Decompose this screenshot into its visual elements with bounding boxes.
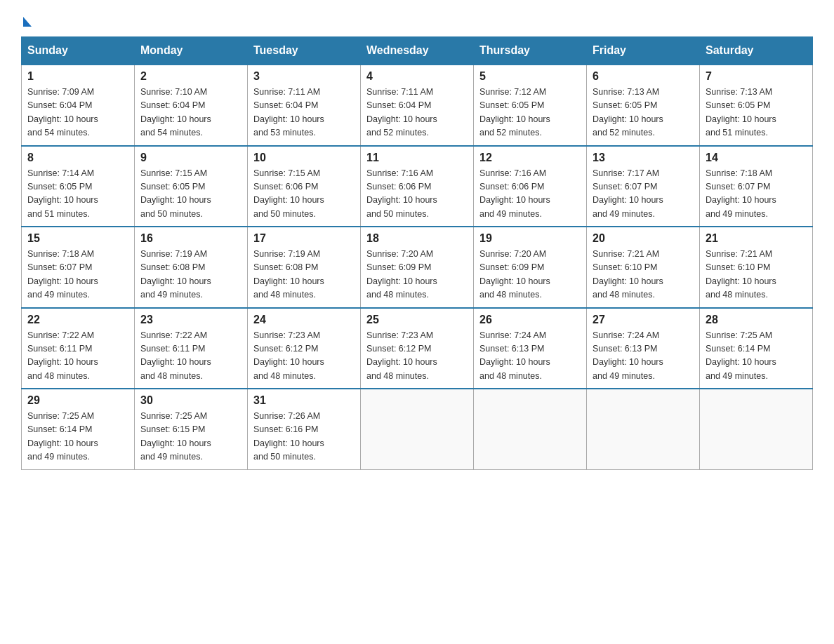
weekday-header-row: SundayMondayTuesdayWednesdayThursdayFrid… [22,37,813,65]
day-number: 15 [27,232,128,245]
day-info: Sunrise: 7:22 AMSunset: 6:11 PMDaylight:… [27,329,128,384]
weekday-header-monday: Monday [135,37,248,65]
day-info: Sunrise: 7:13 AMSunset: 6:05 PMDaylight:… [593,86,694,140]
day-number: 8 [27,152,128,164]
day-info: Sunrise: 7:11 AMSunset: 6:04 PMDaylight:… [366,86,468,140]
calendar-cell [474,389,587,469]
calendar-cell: 3Sunrise: 7:11 AMSunset: 6:04 PMDaylight… [248,65,361,146]
day-info: Sunrise: 7:16 AMSunset: 6:06 PMDaylight:… [366,167,468,222]
day-info: Sunrise: 7:18 AMSunset: 6:07 PMDaylight:… [27,248,128,302]
calendar-cell: 16Sunrise: 7:19 AMSunset: 6:08 PMDayligh… [135,227,248,308]
page-header [21,14,813,24]
calendar-cell: 19Sunrise: 7:20 AMSunset: 6:09 PMDayligh… [474,227,587,308]
calendar-cell: 4Sunrise: 7:11 AMSunset: 6:04 PMDaylight… [361,65,474,146]
day-number: 22 [27,314,128,326]
calendar-cell: 5Sunrise: 7:12 AMSunset: 6:05 PMDaylight… [474,65,587,146]
day-number: 6 [593,70,694,83]
day-info: Sunrise: 7:18 AMSunset: 6:07 PMDaylight:… [706,167,807,222]
day-number: 30 [140,394,241,407]
day-number: 24 [253,314,355,326]
day-number: 1 [27,70,128,83]
calendar-cell: 18Sunrise: 7:20 AMSunset: 6:09 PMDayligh… [361,227,474,308]
day-number: 18 [366,232,468,245]
day-info: Sunrise: 7:24 AMSunset: 6:13 PMDaylight:… [479,329,581,384]
day-number: 20 [593,232,694,245]
day-info: Sunrise: 7:21 AMSunset: 6:10 PMDaylight:… [706,248,807,302]
day-info: Sunrise: 7:25 AMSunset: 6:14 PMDaylight:… [706,329,807,384]
calendar-cell: 14Sunrise: 7:18 AMSunset: 6:07 PMDayligh… [700,146,813,227]
day-info: Sunrise: 7:22 AMSunset: 6:11 PMDaylight:… [140,329,241,384]
day-number: 26 [479,314,581,326]
weekday-header-saturday: Saturday [700,37,813,65]
day-number: 3 [253,70,355,83]
day-info: Sunrise: 7:15 AMSunset: 6:06 PMDaylight:… [253,167,355,222]
day-number: 9 [140,152,241,164]
calendar-cell: 30Sunrise: 7:25 AMSunset: 6:15 PMDayligh… [135,389,248,469]
week-row-1: 1Sunrise: 7:09 AMSunset: 6:04 PMDaylight… [22,65,813,146]
calendar-cell: 11Sunrise: 7:16 AMSunset: 6:06 PMDayligh… [361,146,474,227]
weekday-header-thursday: Thursday [474,37,587,65]
day-number: 4 [366,70,468,83]
calendar-cell [361,389,474,469]
day-info: Sunrise: 7:15 AMSunset: 6:05 PMDaylight:… [140,167,241,222]
calendar-table: SundayMondayTuesdayWednesdayThursdayFrid… [21,36,813,470]
calendar-cell [700,389,813,469]
calendar-cell: 9Sunrise: 7:15 AMSunset: 6:05 PMDaylight… [135,146,248,227]
day-info: Sunrise: 7:26 AMSunset: 6:16 PMDaylight:… [253,410,355,464]
calendar-cell: 7Sunrise: 7:13 AMSunset: 6:05 PMDaylight… [700,65,813,146]
week-row-2: 8Sunrise: 7:14 AMSunset: 6:05 PMDaylight… [22,146,813,227]
calendar-cell: 26Sunrise: 7:24 AMSunset: 6:13 PMDayligh… [474,308,587,389]
calendar-cell: 15Sunrise: 7:18 AMSunset: 6:07 PMDayligh… [22,227,135,308]
day-number: 28 [706,314,807,326]
day-number: 7 [706,70,807,83]
calendar-cell: 27Sunrise: 7:24 AMSunset: 6:13 PMDayligh… [587,308,700,389]
day-number: 31 [253,394,355,407]
calendar-cell: 1Sunrise: 7:09 AMSunset: 6:04 PMDaylight… [22,65,135,146]
calendar-cell: 8Sunrise: 7:14 AMSunset: 6:05 PMDaylight… [22,146,135,227]
day-info: Sunrise: 7:10 AMSunset: 6:04 PMDaylight:… [140,86,241,140]
day-number: 17 [253,232,355,245]
calendar-cell: 21Sunrise: 7:21 AMSunset: 6:10 PMDayligh… [700,227,813,308]
logo [21,14,32,24]
calendar-cell: 13Sunrise: 7:17 AMSunset: 6:07 PMDayligh… [587,146,700,227]
calendar-cell: 20Sunrise: 7:21 AMSunset: 6:10 PMDayligh… [587,227,700,308]
day-number: 12 [479,152,581,164]
calendar-cell: 25Sunrise: 7:23 AMSunset: 6:12 PMDayligh… [361,308,474,389]
weekday-header-friday: Friday [587,37,700,65]
day-number: 19 [479,232,581,245]
day-info: Sunrise: 7:11 AMSunset: 6:04 PMDaylight:… [253,86,355,140]
day-info: Sunrise: 7:19 AMSunset: 6:08 PMDaylight:… [253,248,355,302]
day-info: Sunrise: 7:20 AMSunset: 6:09 PMDaylight:… [479,248,581,302]
day-number: 2 [140,70,241,83]
week-row-3: 15Sunrise: 7:18 AMSunset: 6:07 PMDayligh… [22,227,813,308]
day-info: Sunrise: 7:09 AMSunset: 6:04 PMDaylight:… [27,86,128,140]
day-number: 25 [366,314,468,326]
day-info: Sunrise: 7:25 AMSunset: 6:15 PMDaylight:… [140,410,241,464]
calendar-cell: 2Sunrise: 7:10 AMSunset: 6:04 PMDaylight… [135,65,248,146]
day-info: Sunrise: 7:21 AMSunset: 6:10 PMDaylight:… [593,248,694,302]
day-number: 27 [593,314,694,326]
logo-triangle-icon [23,17,32,27]
weekday-header-sunday: Sunday [22,37,135,65]
day-info: Sunrise: 7:24 AMSunset: 6:13 PMDaylight:… [593,329,694,384]
calendar-cell: 17Sunrise: 7:19 AMSunset: 6:08 PMDayligh… [248,227,361,308]
day-info: Sunrise: 7:25 AMSunset: 6:14 PMDaylight:… [27,410,128,464]
week-row-5: 29Sunrise: 7:25 AMSunset: 6:14 PMDayligh… [22,389,813,469]
day-number: 23 [140,314,241,326]
day-info: Sunrise: 7:13 AMSunset: 6:05 PMDaylight:… [706,86,807,140]
day-info: Sunrise: 7:23 AMSunset: 6:12 PMDaylight:… [366,329,468,384]
day-info: Sunrise: 7:12 AMSunset: 6:05 PMDaylight:… [479,86,581,140]
calendar-cell: 12Sunrise: 7:16 AMSunset: 6:06 PMDayligh… [474,146,587,227]
calendar-cell: 29Sunrise: 7:25 AMSunset: 6:14 PMDayligh… [22,389,135,469]
calendar-cell: 24Sunrise: 7:23 AMSunset: 6:12 PMDayligh… [248,308,361,389]
day-number: 5 [479,70,581,83]
day-info: Sunrise: 7:14 AMSunset: 6:05 PMDaylight:… [27,167,128,222]
day-info: Sunrise: 7:19 AMSunset: 6:08 PMDaylight:… [140,248,241,302]
day-number: 16 [140,232,241,245]
day-number: 11 [366,152,468,164]
day-info: Sunrise: 7:17 AMSunset: 6:07 PMDaylight:… [593,167,694,222]
calendar-cell [587,389,700,469]
calendar-cell: 28Sunrise: 7:25 AMSunset: 6:14 PMDayligh… [700,308,813,389]
day-info: Sunrise: 7:16 AMSunset: 6:06 PMDaylight:… [479,167,581,222]
day-number: 10 [253,152,355,164]
